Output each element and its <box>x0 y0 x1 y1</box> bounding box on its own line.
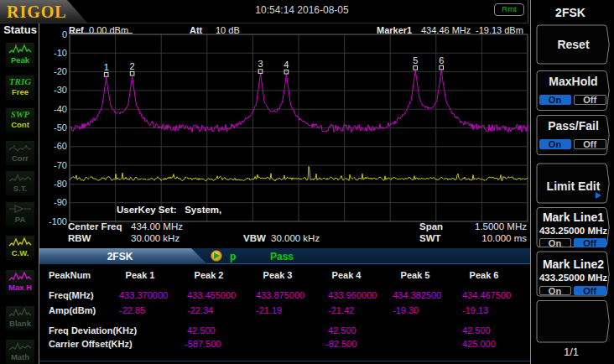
svg-text:3: 3 <box>258 59 263 69</box>
svg-text:5: 5 <box>413 55 418 65</box>
svg-text:4: 4 <box>284 60 289 70</box>
svg-text:6: 6 <box>439 55 444 65</box>
svg-text:1: 1 <box>104 62 109 72</box>
svg-text:2: 2 <box>130 61 135 71</box>
